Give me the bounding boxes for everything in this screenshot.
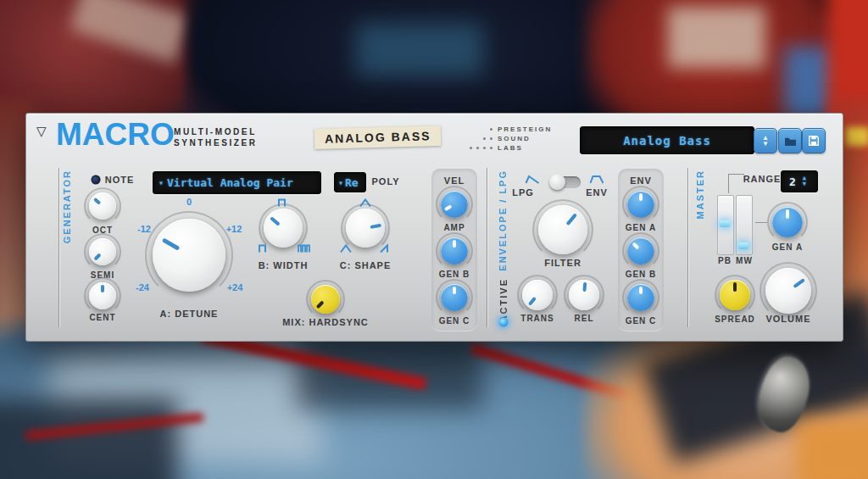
adsr-envelope-icon (590, 175, 604, 185)
note-led[interactable] (92, 175, 101, 185)
width-label: B: WIDTH (259, 260, 309, 270)
brand-dots (433, 147, 492, 149)
detune-scale-left: -12 (137, 224, 151, 234)
mix-hardsync-knob[interactable] (311, 285, 340, 314)
model-dropdown[interactable]: ▾ Virtual Analog Pair (153, 171, 321, 194)
pb-label: PB (718, 256, 732, 265)
active-led[interactable] (499, 318, 509, 327)
saw-wave-icon (380, 244, 392, 253)
pitchbend-slider[interactable] (717, 195, 734, 255)
brand-word: SOUND (498, 135, 531, 142)
oct-knob[interactable] (89, 192, 116, 220)
vel-genb-knob[interactable] (441, 237, 468, 265)
brand-row: SOUND (433, 134, 560, 143)
vel-amp-knob[interactable] (441, 191, 468, 218)
modwheel-handle[interactable] (738, 242, 748, 249)
width-knob[interactable] (264, 209, 303, 248)
brand-block: PRESTEIGN SOUND LABS (433, 125, 560, 153)
env-gena-label: GEN A (626, 223, 656, 232)
lpg-env-toggle[interactable] (550, 176, 581, 188)
detune-scale-bottom-left: -24 (136, 282, 149, 292)
brand-dots (433, 137, 492, 140)
modwheel-slider[interactable] (736, 195, 753, 255)
mw-label: MW (736, 256, 753, 265)
poly-label: POLY (372, 176, 400, 187)
brand-row: PRESTEIGN (433, 125, 560, 134)
spread-label: SPREAD (715, 315, 755, 324)
range-down-icon[interactable]: ▼ (803, 181, 806, 187)
folder-icon (784, 136, 797, 147)
env-column-header: ENV (630, 175, 652, 186)
brand-row: LABS (433, 143, 560, 153)
envelope-title: ENVELOPE / LPG (498, 170, 508, 271)
env-genc-knob[interactable] (627, 284, 654, 311)
preset-name: Analog Bass (623, 134, 711, 148)
trans-knob[interactable] (522, 280, 553, 310)
detune-knob[interactable] (153, 219, 225, 292)
app-logo: MACRO (56, 117, 175, 153)
filter-knob[interactable] (538, 205, 587, 254)
range-value: 2 (789, 175, 796, 188)
dropdown-arrow-icon: ▾ (338, 178, 343, 187)
cent-label: CENT (89, 313, 115, 322)
preset-display[interactable]: Analog Bass (580, 126, 754, 154)
note-label: NOTE (105, 175, 135, 185)
detune-scale-top: 0 (186, 197, 192, 207)
app-subtitle-line2: SYNTHESIZER (174, 137, 258, 148)
trans-label: TRANS (520, 314, 554, 323)
env-genc-label: GEN C (626, 316, 657, 326)
env-gena-knob[interactable] (627, 191, 654, 218)
menu-triangle-icon[interactable]: ▽ (36, 124, 47, 139)
brand-word: PRESTEIGN (498, 125, 552, 133)
save-icon (808, 135, 820, 147)
volume-label: VOLUME (765, 314, 810, 324)
app-subtitle: MULTI-MODEL SYNTHESIZER (174, 126, 258, 148)
pitchbend-handle[interactable] (720, 220, 730, 227)
range-stepper[interactable]: 2 ▲ ▼ (781, 170, 818, 192)
master-divider (687, 168, 688, 327)
detune-scale-right: +12 (226, 224, 242, 234)
spread-knob[interactable] (720, 280, 750, 310)
vel-genc-knob[interactable] (441, 284, 468, 311)
screen: ▽ MACRO MULTI-MODEL SYNTHESIZER ANALOG B… (0, 0, 868, 479)
vel-genc-label: GEN C (439, 316, 470, 326)
rel-knob[interactable] (569, 280, 599, 310)
vel-amp-label: AMP (443, 223, 465, 232)
active-label: ACTIVE (498, 278, 509, 322)
lpg-label: LPG (512, 187, 534, 198)
preset-down-icon[interactable]: ▼ (762, 141, 769, 147)
model-value: Virtual Analog Pair (167, 176, 293, 189)
preset-save-button[interactable] (802, 128, 826, 153)
preset-stepper-button[interactable]: ▲ ▼ (754, 128, 777, 153)
toggle-knob[interactable] (549, 174, 565, 190)
preset-tape-label: ANALOG BASS (314, 125, 442, 149)
mix-hardsync-label: MIX: HARDSYNC (282, 317, 369, 327)
env-genb-knob[interactable] (627, 237, 654, 265)
vel-genb-label: GEN B (439, 270, 470, 279)
range-label: RANGE (743, 174, 782, 184)
retrigger-value: Re (345, 176, 359, 189)
narrow-pulse-wave-icon (298, 244, 311, 253)
filter-label: FILTER (544, 258, 581, 268)
env-label: ENV (586, 187, 608, 198)
brand-dots (433, 128, 492, 131)
master-gena-knob[interactable] (772, 207, 803, 237)
shape-knob[interactable] (346, 209, 385, 248)
retrigger-dropdown[interactable]: ▾ Re (334, 172, 366, 192)
shape-label: C: SHAPE (340, 260, 392, 270)
vel-column-header: VEL (444, 175, 465, 186)
brand-word: LABS (498, 144, 523, 152)
rel-label: REL (575, 314, 594, 323)
semi-knob[interactable] (89, 238, 116, 265)
range-bracket (728, 174, 744, 193)
pulse-wave-icon (258, 244, 270, 253)
volume-knob[interactable] (765, 268, 811, 314)
synth-panel: ▽ MACRO MULTI-MODEL SYNTHESIZER ANALOG B… (25, 113, 843, 342)
generator-title: GENERATOR (62, 170, 72, 243)
generator-divider (58, 168, 59, 327)
env-genb-label: GEN B (626, 270, 657, 279)
cent-knob[interactable] (89, 282, 116, 309)
preset-browse-button[interactable] (778, 128, 802, 153)
master-title: MASTER (695, 170, 705, 219)
triangle-wave-icon (359, 198, 371, 208)
